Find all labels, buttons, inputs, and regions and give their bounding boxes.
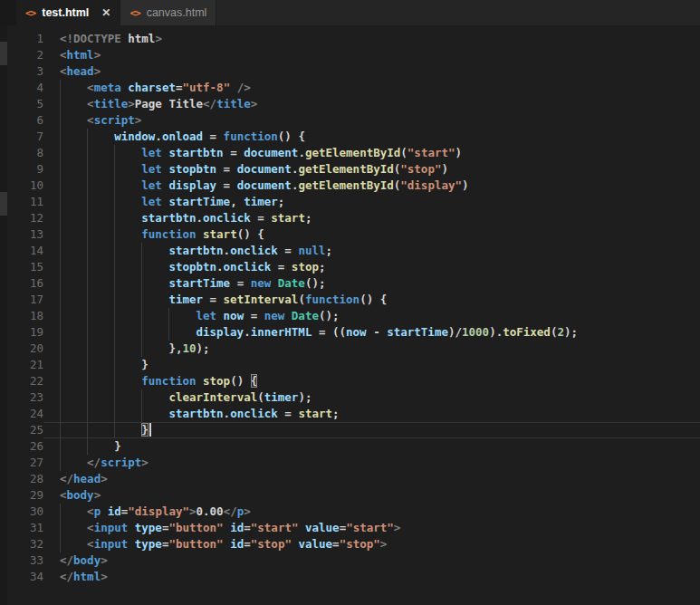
token — [101, 504, 108, 518]
code-line-6[interactable]: 6<script> — [0, 112, 700, 129]
code-line-7[interactable]: 7window.onload = function() { — [0, 129, 700, 145]
token: let — [141, 178, 162, 192]
code-text[interactable]: <script> — [43, 112, 700, 129]
code-text[interactable]: <body> — [43, 487, 700, 504]
code-text[interactable]: </body> — [43, 552, 700, 569]
code-text[interactable]: let startTime, timer; — [43, 194, 700, 210]
code-line-10[interactable]: 10let display = document.getElementById(… — [0, 178, 700, 194]
code-text[interactable]: function stop() { — [43, 373, 700, 389]
code-text[interactable]: let now = new Date(); — [43, 308, 700, 324]
code-text[interactable]: <input type="button" id="stop" value="st… — [43, 536, 700, 552]
token: = — [203, 130, 224, 143]
code-text[interactable]: <title>Page Title</title> — [43, 96, 700, 112]
code-text[interactable]: startbtn.onclick = null; — [43, 243, 700, 259]
code-text[interactable]: } — [43, 357, 700, 373]
code-line-29[interactable]: 29<body> — [0, 487, 700, 504]
indent-guide — [168, 308, 196, 324]
edge-mark — [0, 192, 7, 216]
code-line-30[interactable]: 30<p id="display">0.00</p> — [0, 504, 700, 520]
tab-test-html[interactable]: <> test.html ✕ — [16, 0, 120, 25]
token: > — [94, 64, 101, 78]
code-text[interactable]: display.innerHTML = ((now - startTime)/1… — [43, 324, 700, 341]
code-text[interactable]: </html> — [43, 569, 700, 585]
code-line-21[interactable]: 21} — [0, 357, 700, 373]
token: < — [87, 537, 94, 551]
code-text[interactable]: let startbtn = document.getElementById("… — [43, 145, 700, 161]
code-text[interactable]: startbtn.onclick = start; — [43, 210, 700, 226]
code-text[interactable]: } — [43, 422, 700, 438]
code-text[interactable]: <p id="display">0.00</p> — [43, 504, 700, 520]
token: = — [278, 407, 299, 420]
code-line-11[interactable]: 11let startTime, timer; — [0, 194, 700, 210]
code-line-19[interactable]: 19display.innerHTML = ((now - startTime)… — [0, 324, 700, 341]
code-line-24[interactable]: 24startbtn.onclick = start; — [0, 406, 700, 422]
code-line-4[interactable]: 4<meta charset="utf-8" /> — [0, 80, 700, 96]
code-line-34[interactable]: 34</html> — [0, 569, 700, 585]
token: ( — [400, 146, 408, 159]
code-text[interactable]: window.onload = function() { — [43, 129, 700, 145]
token: ). — [489, 325, 503, 339]
code-text[interactable]: </script> — [43, 455, 700, 471]
code-text[interactable]: },10); — [43, 341, 700, 357]
indent-guide — [60, 520, 87, 536]
code-line-33[interactable]: 33</body> — [0, 552, 700, 569]
code-text[interactable]: function start() { — [43, 226, 700, 243]
code-line-23[interactable]: 23clearInterval(timer); — [0, 389, 700, 406]
code-line-1[interactable]: 1<!DOCTYPE html> — [0, 31, 700, 47]
code-line-16[interactable]: 16startTime = new Date(); — [0, 275, 700, 292]
code-text[interactable]: startTime = new Date(); — [43, 275, 700, 292]
window-edge-top-left — [0, 0, 16, 25]
tab-canvas-html[interactable]: <> canvas.html — [120, 0, 216, 25]
code-text[interactable]: <input type="button" id="start" value="s… — [43, 520, 700, 536]
close-icon[interactable]: ✕ — [101, 7, 110, 18]
indent-guide — [141, 341, 168, 357]
code-line-27[interactable]: 27</script> — [0, 455, 700, 471]
code-line-13[interactable]: 13function start() { — [0, 226, 700, 243]
code-text[interactable]: startbtn.onclick = start; — [43, 406, 700, 422]
code-line-15[interactable]: 15stopbtn.onclick = stop; — [0, 259, 700, 275]
code-text[interactable]: let display = document.getElementById("d… — [43, 178, 700, 194]
token: = — [271, 260, 292, 274]
token: . — [197, 211, 204, 225]
indent-guide — [141, 275, 168, 292]
code-line-26[interactable]: 26} — [0, 438, 700, 455]
code-text[interactable]: <html> — [43, 47, 700, 63]
indent-guide — [141, 308, 168, 324]
code-line-9[interactable]: 9let stopbtn = document.getElementById("… — [0, 161, 700, 178]
code-text[interactable]: <head> — [43, 63, 700, 80]
token: </ — [224, 504, 237, 518]
code-line-32[interactable]: 32<input type="button" id="stop" value="… — [0, 536, 700, 552]
code-text[interactable]: timer = setInterval(function() { — [43, 292, 700, 308]
token: onclick — [203, 211, 251, 225]
code-line-17[interactable]: 17timer = setInterval(function() { — [0, 292, 700, 308]
token: ); — [197, 341, 210, 355]
code-line-20[interactable]: 20},10); — [0, 341, 700, 357]
code-line-12[interactable]: 12startbtn.onclick = start; — [0, 210, 700, 226]
token: html — [121, 32, 156, 45]
code-line-14[interactable]: 14startbtn.onclick = null; — [0, 243, 700, 259]
code-line-8[interactable]: 8let startbtn = document.getElementById(… — [0, 145, 700, 161]
token: timer — [168, 293, 203, 306]
token: 10 — [182, 341, 196, 355]
token: ; — [278, 195, 285, 208]
code-line-25[interactable]: 25} — [0, 422, 700, 438]
code-line-22[interactable]: 22function stop() { — [0, 373, 700, 389]
code-text[interactable]: let stopbtn = document.getElementById("s… — [43, 161, 700, 178]
code-editor[interactable]: 1<!DOCTYPE html>2<html>3<head>4<meta cha… — [0, 25, 700, 605]
code-text[interactable]: } — [43, 438, 700, 455]
code-line-2[interactable]: 2<html> — [0, 47, 700, 63]
token: value — [305, 521, 340, 534]
code-line-28[interactable]: 28</head> — [0, 471, 700, 487]
code-line-31[interactable]: 31<input type="button" id="start" value=… — [0, 520, 700, 536]
code-line-3[interactable]: 3<head> — [0, 63, 700, 80]
code-text[interactable]: stopbtn.onclick = stop; — [43, 259, 700, 275]
code-text[interactable]: <!DOCTYPE html> — [43, 31, 700, 47]
code-text[interactable]: clearInterval(timer); — [43, 389, 700, 406]
code-text[interactable]: <meta charset="utf-8" /> — [43, 80, 700, 96]
code-text[interactable]: </head> — [43, 471, 700, 487]
code-line-5[interactable]: 5<title>Page Title</title> — [0, 96, 700, 112]
code-line-18[interactable]: 18let now = new Date(); — [0, 308, 700, 324]
token: meta — [94, 81, 121, 94]
token: < — [87, 113, 94, 127]
indent-guide — [60, 389, 87, 406]
